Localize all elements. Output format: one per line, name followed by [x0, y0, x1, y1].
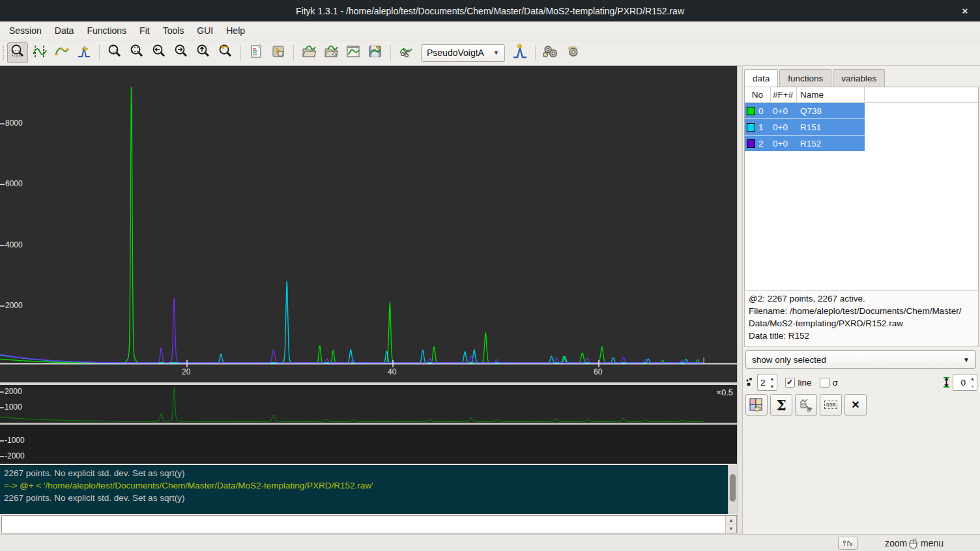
status-bar: zoom menu [0, 534, 980, 551]
menu-item-help[interactable]: Help [220, 23, 252, 38]
table-row-Q738[interactable]: 00+0Q738 [745, 103, 865, 119]
spin-down-icon[interactable]: ▼ [768, 382, 777, 390]
toolbar: PseudoVoigtA ▼ [0, 40, 980, 66]
dataset-info: @2: 2267 points, 2267 active.Filename: /… [744, 290, 979, 347]
info-line: Data title: R152 [749, 330, 974, 342]
col-name: Name [797, 87, 865, 103]
y-tick-label: 2000 [5, 301, 23, 310]
functions-icon [799, 398, 813, 412]
point-size-spinner[interactable]: 2 ▲▼ [757, 374, 777, 391]
shift-value: 0 [953, 378, 968, 388]
menu-item-gui[interactable]: GUI [190, 23, 220, 38]
load-data-append-button[interactable] [321, 42, 341, 63]
window-title: Fityk 1.3.1 - /home/aleplo/test/Document… [296, 6, 684, 16]
fit-undo-button[interactable] [562, 42, 583, 63]
spin-up-icon[interactable]: ▲ [768, 374, 777, 382]
menu-item-session[interactable]: Session [3, 23, 48, 38]
history-up-button[interactable]: ▲ [726, 516, 736, 524]
auto-add-peak-button[interactable] [510, 42, 530, 63]
add-peak-mode-button[interactable] [74, 42, 94, 63]
execute-script-icon [270, 44, 286, 62]
dataset-color-swatch[interactable] [747, 123, 755, 132]
dataset-color-swatch[interactable] [747, 107, 755, 115]
spin-down-icon[interactable]: ▼ [968, 382, 977, 390]
tab-functions[interactable]: functions [779, 69, 831, 87]
shift-icon [942, 376, 951, 388]
data-transform-button[interactable] [396, 42, 416, 63]
spin-up-icon[interactable]: ▲ [968, 374, 977, 382]
tab-variables[interactable]: variables [833, 69, 885, 87]
command-input[interactable] [3, 516, 720, 532]
line-checkbox[interactable]: ✔ [785, 378, 795, 388]
data-table[interactable]: No #F+# Name 00+0Q73810+0R15120+0R152 [744, 87, 979, 290]
main-plot[interactable]: 2000400060008000204060 [0, 66, 737, 382]
dataset-color-swatch[interactable] [747, 139, 755, 148]
zoom-previous-button[interactable] [215, 42, 236, 63]
data-range-mode-button[interactable] [29, 42, 50, 63]
session-log-button[interactable] [246, 42, 267, 63]
show-filter-value: show only selected [752, 355, 826, 365]
side-panel-tabs: datafunctionsvariables [744, 69, 886, 87]
baseline-mode-button[interactable] [51, 42, 72, 63]
function-type-select[interactable]: PseudoVoigtA ▼ [421, 44, 505, 62]
aux-plot[interactable]: ×0.5 20001000-1000-2000 [0, 385, 737, 464]
zoom-all-button[interactable] [104, 42, 125, 63]
side-panel: datafunctionsvariables No #F+# Name 00+0… [743, 66, 980, 534]
show-filter-select[interactable]: show only selected ▼ [745, 350, 976, 369]
y-tick-label: 6000 [5, 179, 23, 188]
zoom-mode-button[interactable] [7, 42, 28, 63]
zoom-up-button[interactable] [193, 42, 214, 63]
fit-undo-icon [564, 44, 581, 62]
sum-button[interactable]: Σ [770, 394, 792, 416]
tab-data[interactable]: data [744, 69, 778, 87]
zoom-vertical-button[interactable] [126, 42, 147, 63]
aux-y-tick-label: 2000 [5, 387, 22, 396]
close-icon[interactable]: × [955, 0, 975, 21]
menu-bar: SessionDataFunctionsFitToolsGUIHelp [0, 21, 980, 40]
menu-item-fit[interactable]: Fit [133, 23, 156, 38]
point-size-value: 2 [758, 378, 768, 388]
console-scrollbar-thumb[interactable] [730, 474, 736, 502]
zoom-all-icon [107, 44, 122, 62]
title-bar: Fityk 1.3.1 - /home/aleplo/test/Document… [0, 0, 980, 21]
load-data-button[interactable] [298, 42, 319, 63]
history-down-button[interactable]: ▼ [726, 524, 736, 533]
info-line: Data/MoS2-templating/PXRD/R152.raw [749, 317, 974, 330]
panel-splitter[interactable] [737, 66, 743, 534]
zoom-right-button[interactable] [171, 42, 192, 63]
row-f: 0+0 [771, 106, 797, 116]
row-no: 1 [758, 122, 764, 132]
name-template-button[interactable]: nam [820, 394, 842, 416]
zoom-left-button[interactable] [149, 42, 169, 63]
export-data-button[interactable] [365, 42, 386, 63]
execute-script-button[interactable] [268, 42, 289, 63]
menu-item-tools[interactable]: Tools [156, 23, 191, 38]
table-row-R151[interactable]: 10+0R151 [745, 119, 865, 135]
data-table-header: No #F+# Name [745, 87, 978, 103]
mouse-hints-icon [843, 539, 853, 547]
x-tick-label: 20 [182, 367, 190, 376]
auto-add-peak-icon [512, 43, 528, 63]
output-console[interactable]: 2267 points. No explicit std. dev. Set a… [0, 465, 737, 514]
menu-item-functions[interactable]: Functions [80, 23, 133, 38]
menu-item-data[interactable]: Data [48, 23, 81, 38]
y-tick-label: 8000 [5, 119, 23, 128]
data-range-mode-icon [32, 44, 48, 62]
delete-dataset-button[interactable]: ✕ [844, 394, 867, 416]
grid-hand-icon [749, 398, 764, 412]
data-table-button[interactable] [343, 42, 364, 63]
sigma-checkbox[interactable] [820, 378, 829, 388]
row-name: Q738 [797, 106, 865, 116]
chevron-down-icon: ▼ [963, 356, 970, 363]
toolbar-grip-icon[interactable] [1, 44, 7, 61]
info-line: Filename: /home/aleplo/test/Documents/Ch… [749, 305, 974, 317]
fityk-window: Fityk 1.3.1 - /home/aleplo/test/Document… [0, 0, 980, 551]
fit-run-button[interactable] [540, 42, 561, 63]
console-scrollbar[interactable] [728, 465, 737, 514]
mouse-hints-button[interactable] [838, 537, 857, 550]
shift-spinner[interactable]: 0 ▲▼ [953, 374, 977, 391]
copy-function-button[interactable] [795, 394, 817, 416]
table-row-R152[interactable]: 20+0R152 [745, 135, 865, 151]
load-data-icon [301, 44, 317, 62]
dataset-view-button[interactable] [745, 394, 768, 416]
